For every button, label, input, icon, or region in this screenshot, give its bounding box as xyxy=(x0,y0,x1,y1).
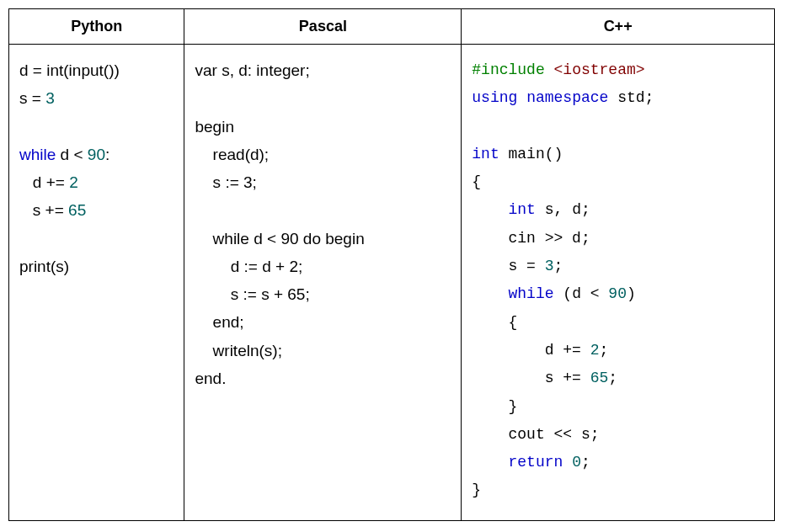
column-header-python: Python xyxy=(9,9,184,45)
code-python: d = int(input()) s = 3 while d < 90: d +… xyxy=(19,56,174,280)
column-header-pascal: Pascal xyxy=(184,9,462,45)
table-row: d = int(input()) s = 3 while d < 90: d +… xyxy=(9,45,775,521)
code-pascal: var s, d: integer; begin read(d); s := 3… xyxy=(195,56,451,392)
cell-pascal: var s, d: integer; begin read(d); s := 3… xyxy=(184,45,462,521)
table-header-row: Python Pascal C++ xyxy=(9,9,775,45)
code-comparison-table: Python Pascal C++ d = int(input()) s = 3… xyxy=(8,8,775,521)
cell-python: d = int(input()) s = 3 while d < 90: d +… xyxy=(9,45,184,521)
column-header-cpp: C++ xyxy=(462,9,775,45)
cell-cpp: #include <iostream> using namespace std;… xyxy=(462,45,775,521)
code-cpp: #include <iostream> using namespace std;… xyxy=(472,56,764,505)
